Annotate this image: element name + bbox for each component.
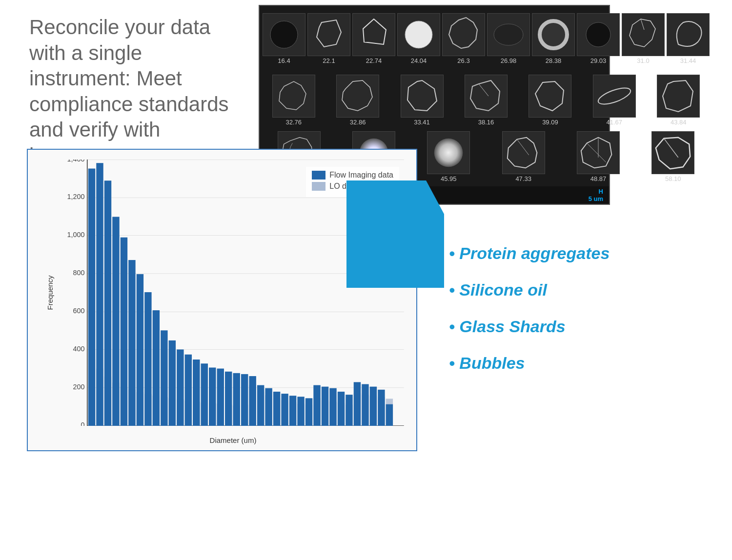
- particle-cell: 32.76: [263, 75, 325, 126]
- svg-rect-112: [281, 394, 288, 426]
- particle-image: [651, 131, 694, 174]
- particle-row-2: 32.76 32.86 33.41 38.16: [263, 70, 710, 131]
- svg-rect-114: [297, 397, 304, 426]
- particle-cell: 48.87: [562, 131, 634, 182]
- svg-rect-119: [338, 392, 345, 426]
- svg-text:200: 200: [73, 383, 85, 391]
- svg-rect-93: [128, 260, 135, 426]
- svg-rect-118: [329, 388, 336, 426]
- particle-label: 28.38: [546, 57, 562, 64]
- svg-marker-12: [407, 80, 437, 111]
- svg-rect-102: [201, 363, 208, 426]
- particle-image: [502, 131, 545, 174]
- svg-point-7: [586, 22, 610, 47]
- svg-marker-20: [507, 138, 537, 168]
- svg-text:1,200: 1,200: [67, 193, 85, 200]
- svg-text:1,000: 1,000: [67, 231, 85, 239]
- svg-rect-100: [185, 355, 192, 426]
- particle-label: 32.76: [285, 119, 302, 126]
- particle-image: [577, 131, 620, 174]
- svg-marker-11: [342, 80, 372, 111]
- particle-image: [622, 13, 665, 56]
- svg-rect-111: [273, 392, 280, 426]
- particle-label: 38.16: [478, 119, 494, 126]
- particle-label: 33.41: [414, 119, 430, 126]
- svg-point-6: [540, 21, 567, 48]
- svg-rect-98: [169, 340, 176, 426]
- svg-rect-110: [265, 388, 272, 426]
- svg-rect-117: [322, 387, 328, 426]
- particle-label: 47.33: [515, 175, 531, 182]
- legend-swatch-lo: [312, 182, 325, 191]
- particle-cell: 39.09: [519, 75, 581, 126]
- particle-cell: 31.44: [667, 13, 710, 64]
- arrow-svg: [346, 180, 444, 288]
- svg-marker-10: [279, 81, 306, 110]
- particle-row-1: 16.4 22.1 22.74 24.04: [263, 9, 710, 69]
- svg-text:600: 600: [73, 307, 85, 315]
- legend-label-flow: Flow Imaging data: [329, 171, 393, 180]
- particle-label: 22.1: [323, 57, 335, 64]
- particle-cell: 22.74: [352, 13, 395, 64]
- svg-text:1,400: 1,400: [67, 160, 85, 163]
- svg-marker-4: [449, 18, 477, 48]
- svg-rect-105: [225, 372, 232, 426]
- svg-line-25: [664, 139, 678, 158]
- svg-marker-2: [363, 19, 386, 44]
- particle-cell: 47.33: [487, 131, 560, 182]
- svg-rect-95: [144, 292, 151, 426]
- particle-cell: 26.98: [487, 13, 530, 64]
- scale-label: H 5 um: [589, 188, 603, 202]
- particle-image: [401, 75, 444, 118]
- particle-label: 39.09: [542, 119, 558, 126]
- particle-cell: 16.4: [263, 13, 305, 64]
- svg-rect-121: [354, 382, 361, 426]
- svg-marker-16: [663, 80, 693, 112]
- svg-rect-113: [289, 396, 296, 426]
- particle-cell: 22.1: [307, 13, 350, 64]
- svg-point-0: [270, 21, 298, 48]
- particle-label: 58.10: [665, 175, 681, 182]
- x-axis-label: Diameter (um): [210, 436, 257, 444]
- svg-rect-123: [370, 387, 377, 426]
- particle-label: 32.86: [350, 119, 366, 126]
- particle-image: [397, 13, 440, 56]
- main-container: Reconcile your data with a single instru…: [0, 0, 732, 560]
- bullet-item-protein: Protein aggregates: [449, 244, 610, 263]
- svg-rect-88: [88, 169, 95, 426]
- particle-image: [487, 13, 530, 56]
- legend-swatch-flow: [312, 171, 325, 180]
- svg-text:0: 0: [81, 421, 85, 426]
- svg-marker-8: [630, 19, 655, 47]
- particle-label: 41.67: [607, 119, 623, 126]
- particle-cell: 29.03: [577, 13, 620, 64]
- svg-marker-1: [317, 20, 341, 47]
- svg-line-24: [587, 143, 606, 162]
- svg-rect-122: [362, 384, 368, 426]
- particle-label: 26.3: [457, 57, 469, 64]
- svg-point-19: [434, 139, 463, 167]
- svg-point-15: [596, 85, 632, 107]
- particle-image: [442, 13, 485, 56]
- svg-rect-116: [313, 385, 320, 426]
- svg-rect-109: [257, 385, 264, 426]
- svg-point-5: [494, 24, 523, 45]
- bullet-item-silicone: Silicone oil: [449, 280, 610, 300]
- particle-image: [667, 13, 710, 56]
- particle-image: [465, 75, 508, 118]
- particle-label: 22.74: [366, 57, 382, 64]
- particle-image: [427, 131, 470, 174]
- svg-rect-101: [193, 360, 200, 426]
- svg-rect-99: [177, 349, 183, 426]
- particle-image: [263, 13, 305, 56]
- particle-cell: 32.86: [326, 75, 388, 126]
- particle-cell: 24.04: [397, 13, 440, 64]
- particle-label: 29.03: [590, 57, 607, 64]
- particle-cell: 43.84: [648, 75, 710, 126]
- arrow-container: [346, 180, 444, 288]
- y-axis-label: Frequency: [46, 276, 54, 310]
- particle-cell: 31.0: [622, 13, 665, 64]
- particle-image: [577, 13, 620, 56]
- svg-rect-96: [153, 310, 160, 426]
- svg-marker-13: [470, 80, 500, 111]
